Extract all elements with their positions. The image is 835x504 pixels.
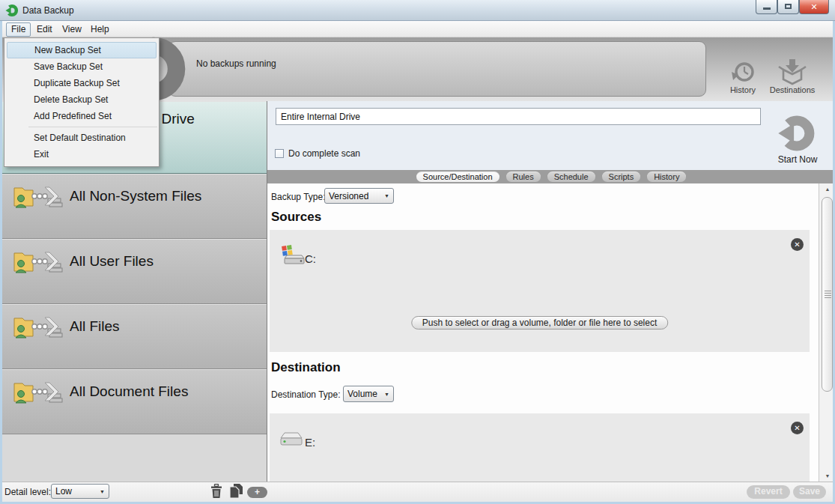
volume-drive-icon [279,430,303,448]
app-icon [5,4,19,17]
menu-help[interactable]: Help [85,22,115,37]
chevron-down-icon: ▼ [384,193,389,198]
footer-bar [0,482,835,504]
complete-scan-checkbox[interactable] [275,149,284,158]
menu-item-add-predefined-set[interactable]: Add Predefined Set [7,108,157,124]
app-window: Data Backup ✕ File Edit View Help No bac… [0,0,835,504]
window-title: Data Backup [22,5,74,16]
delete-set-icon[interactable] [210,484,222,499]
save-button[interactable]: Save [793,485,826,499]
menu-item-duplicate-backup-set[interactable]: Duplicate Backup Set [7,75,157,91]
backup-type-select[interactable]: Versioned ▼ [324,188,394,204]
sidebar-item-all-files[interactable]: All Files [0,304,267,369]
menu-view[interactable]: View [57,22,87,37]
destinations-label[interactable]: Destinations [765,85,819,94]
menu-item-new-backup-set[interactable]: New Backup Set [7,42,157,58]
backup-set-icon [12,312,63,341]
close-icon: ✕ [810,2,817,11]
sources-panel: C: ✕ Push to select or drag a volume, fo… [270,230,810,352]
menu-edit[interactable]: Edit [31,22,58,37]
tab-scripts[interactable]: Scripts [602,171,641,182]
menu-item-set-default-destination[interactable]: Set Default Destination [7,130,157,146]
system-drive-icon [279,243,305,266]
remove-icon: ✕ [794,240,800,249]
push-to-select-button[interactable]: Push to select or drag a volume, folder … [411,316,669,330]
tab-history[interactable]: History [647,171,686,182]
destination-type-value: Volume [347,389,377,399]
source-destination-pane: Backup Type: Versioned ▼ Sources C: ✕ Pu… [267,183,835,482]
detail-level-value: Low [55,486,72,497]
start-now-icon[interactable] [777,114,816,153]
sidebar-item-all-user-files[interactable]: All User Files [0,239,267,304]
set-label: All Non-System Files [70,188,201,204]
menu-item-delete-backup-set[interactable]: Delete Backup Set [7,91,157,108]
backup-set-icon [12,246,63,276]
sidebar-item-all-non-system-files[interactable]: All Non-System Files [0,174,267,239]
sidebar-item-all-document-files[interactable]: All Document Files [0,369,267,434]
minimize-icon [763,7,771,10]
add-set-button[interactable]: + [247,487,267,498]
minimize-button[interactable] [756,0,777,14]
chevron-down-icon: ▼ [384,392,389,397]
history-label[interactable]: History [725,85,761,94]
status-text: No backups running [196,58,276,69]
menu-item-exit[interactable]: Exit [7,146,157,163]
backup-type-label: Backup Type: [271,192,326,202]
set-label: All User Files [70,253,154,270]
set-label: All Document Files [70,383,188,400]
destination-heading: Destination [271,360,341,375]
set-label: All Files [70,318,120,335]
destination-panel: E: ✕ [270,413,810,482]
destinations-icon[interactable] [777,58,808,85]
title-bar[interactable] [0,0,835,21]
maximize-button[interactable] [777,0,799,14]
revert-button[interactable]: Revert [747,485,790,499]
menu-item-save-backup-set[interactable]: Save Backup Set [7,58,157,75]
tab-source-destination[interactable]: Source/Destination [416,171,500,182]
duplicate-set-icon[interactable] [228,483,243,499]
window-frame-left [0,21,2,504]
remove-source-button[interactable]: ✕ [791,238,804,251]
tab-rules[interactable]: Rules [506,171,541,182]
destination-type-label: Destination Type: [271,389,341,400]
backup-set-icon [12,181,63,211]
set-name-input[interactable] [276,108,761,125]
status-panel [168,41,706,97]
detail-level-label: Detail level: [4,487,51,497]
plus-icon: + [255,487,260,497]
tab-band: Source/Destination Rules Schedule Script… [267,170,835,183]
scroll-down-icon: ▼ [825,473,831,479]
close-button[interactable]: ✕ [799,0,829,14]
tab-schedule[interactable]: Schedule [547,171,595,182]
backup-type-value: Versioned [329,191,368,201]
start-now-label[interactable]: Start Now [771,154,824,165]
detail-level-select[interactable]: Low ▼ [51,484,109,499]
destination-type-select[interactable]: Volume ▼ [343,386,394,402]
menu-file[interactable]: File [6,22,31,37]
complete-scan-label: Do complete scan [288,148,360,159]
maximize-icon [785,4,792,9]
file-menu: New Backup Set Save Backup Set Duplicate… [4,37,160,167]
destination-item-label: E: [305,436,315,449]
source-item-label: C: [305,252,316,265]
menu-separator [28,127,157,127]
chevron-down-icon: ▼ [100,489,105,494]
remove-destination-button[interactable]: ✕ [791,422,804,434]
history-icon[interactable] [729,60,757,85]
thumb-grip [825,289,831,300]
scroll-up-icon: ▲ [825,186,831,192]
scrollbar-thumb[interactable] [822,197,833,392]
backup-set-icon [12,377,63,407]
remove-icon: ✕ [794,424,800,432]
sources-heading: Sources [271,210,321,225]
